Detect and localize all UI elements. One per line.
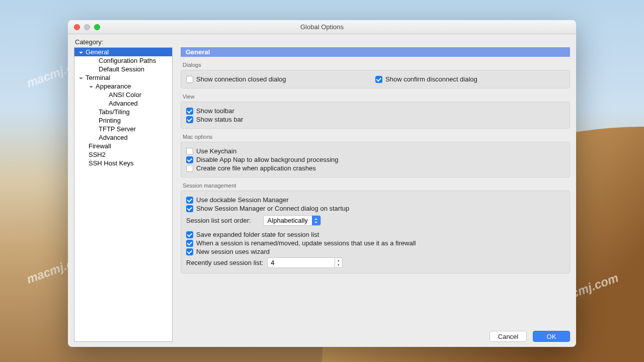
checkbox-label: Use Keychain [196,147,236,155]
tree-ansi-color[interactable]: ANSI Color [74,90,172,99]
section-session-label: Session management [183,183,570,189]
tree-item-label: Configuration Paths [99,57,156,64]
checkbox-show-toolbar[interactable] [186,108,193,115]
window-title: Global Options [68,23,576,31]
tree-item-label: Default Session [99,65,144,73]
checkbox-disable-app-nap[interactable] [186,156,193,163]
stepper-buttons[interactable]: ▴▾ [335,257,343,268]
checkbox-label: Show Session Manager or Connect dialog o… [196,205,349,212]
checkbox-create-core[interactable] [186,165,193,172]
section-mac: Use Keychain Disable App Nap to allow ba… [181,142,570,177]
tree-appearance[interactable]: Appearance [74,82,172,90]
tree-general[interactable]: General [74,48,172,56]
category-tree[interactable]: General Configuration Paths Default Sess… [74,47,173,342]
tree-ssh-host-keys[interactable]: SSH Host Keys [74,159,172,167]
chevron-down-icon [89,83,95,89]
checkbox-label: Create core file when application crashe… [196,164,316,172]
checkbox-show-statusbar[interactable] [186,116,193,123]
tree-config-paths[interactable]: Configuration Paths [74,56,172,65]
checkbox-label: Disable App Nap to allow background proc… [196,156,339,163]
checkbox-label: Show connection closed dialog [196,75,286,83]
tree-tabs-tiling[interactable]: Tabs/Tiling [74,108,172,116]
checkbox-label: Show confirm disconnect dialog [385,75,477,83]
panel-title: General [181,47,570,57]
tree-item-label: TFTP Server [99,125,136,133]
checkbox-renamed-moved[interactable] [186,240,193,247]
tree-item-label: General [86,48,109,56]
tree-tftp-server[interactable]: TFTP Server [74,125,172,133]
tree-item-label: Printing [99,117,121,124]
sort-order-label: Session list sort order: [186,217,251,224]
checkbox-label: Save expanded folder state for session l… [196,231,319,238]
updown-icon [312,216,320,225]
checkbox-dockable[interactable] [186,197,193,204]
tree-item-label: Tabs/Tiling [99,108,130,116]
category-label: Category: [75,38,570,46]
dialog-footer: Cancel OK [181,325,570,342]
recent-list-stepper[interactable]: ▴▾ [267,257,343,268]
tree-item-label: SSH Host Keys [89,159,134,167]
tree-default-session[interactable]: Default Session [74,65,172,73]
recent-list-label: Recently used session list: [186,259,263,266]
sort-order-select[interactable]: Alphabetically [263,215,321,226]
tree-item-label: Advanced [99,134,128,141]
checkbox-label: When a session is renamed/moved, update … [196,239,416,247]
section-session: Use dockable Session Manager Show Sessio… [181,191,570,274]
tree-advanced-appearance[interactable]: Advanced [74,99,172,108]
section-mac-label: Mac options [183,134,570,140]
recent-list-input[interactable] [267,257,335,268]
tree-item-label: SSH2 [89,151,106,158]
tree-firewall[interactable]: Firewall [74,142,172,150]
tree-item-label: Advanced [109,100,138,107]
tree-item-label: Firewall [89,142,111,150]
tree-terminal[interactable]: Terminal [74,73,172,82]
checkbox-label: New session uses wizard [196,248,270,255]
section-dialogs-label: Dialogs [183,62,570,68]
tree-advanced-terminal[interactable]: Advanced [74,133,172,142]
checkbox-label: Show status bar [196,116,243,123]
checkbox-new-wizard[interactable] [186,248,193,255]
tree-printing[interactable]: Printing [74,116,172,125]
checkbox-label: Use dockable Session Manager [196,196,289,204]
ok-button[interactable]: OK [533,331,570,342]
tree-ssh2[interactable]: SSH2 [74,150,172,159]
checkbox-show-conn-closed[interactable] [186,76,193,83]
checkbox-save-expanded[interactable] [186,231,193,238]
content-area: Category: General Configuration Paths De… [68,34,576,347]
chevron-down-icon [78,75,85,81]
select-value: Alphabetically [264,217,312,224]
cancel-button[interactable]: Cancel [490,331,527,342]
settings-panel: General Dialogs Show connection closed d… [181,47,570,342]
chevron-down-icon[interactable]: ▾ [335,263,342,268]
global-options-window: Global Options Category: General Configu… [68,20,576,347]
checkbox-show-confirm-disconnect[interactable] [375,76,382,83]
tree-item-label: Appearance [96,82,131,90]
tree-item-label: Terminal [86,74,110,81]
section-view: Show toolbar Show status bar [181,102,570,129]
tree-item-label: ANSI Color [109,91,141,99]
checkbox-show-startup[interactable] [186,205,193,212]
section-view-label: View [183,94,570,100]
checkbox-use-keychain[interactable] [186,148,193,155]
titlebar: Global Options [68,20,576,34]
chevron-down-icon [78,49,85,55]
checkbox-label: Show toolbar [196,107,234,115]
section-dialogs: Show connection closed dialog Show confi… [181,70,570,88]
chevron-up-icon[interactable]: ▴ [335,258,342,263]
